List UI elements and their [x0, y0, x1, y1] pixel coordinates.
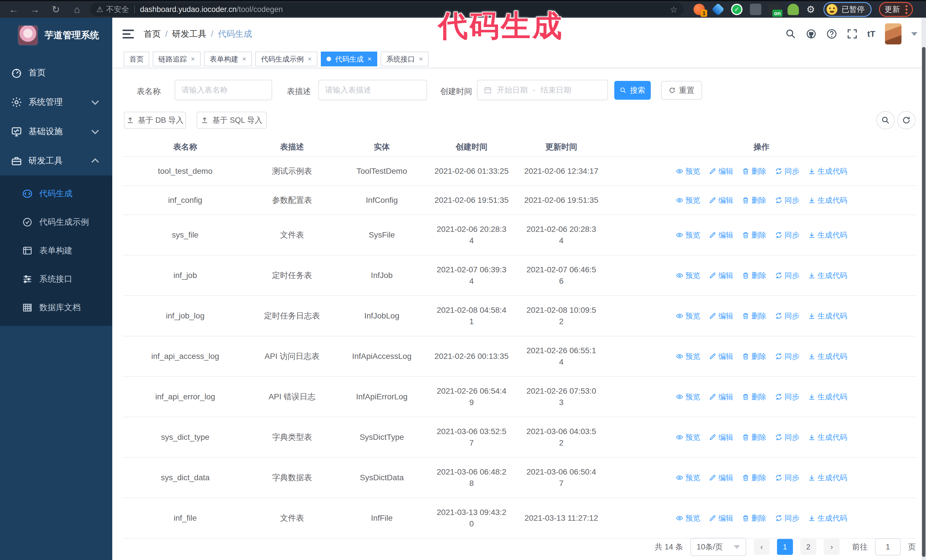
browser-reload-icon[interactable]: ↻	[50, 4, 62, 15]
close-icon[interactable]: ×	[368, 55, 372, 63]
delete-link[interactable]: 删除	[742, 472, 766, 483]
fullscreen-icon[interactable]	[847, 29, 858, 39]
sidebar-item-3[interactable]: 基础设施	[0, 117, 112, 146]
date-range-input[interactable]: 开始日期 - 结束日期	[477, 80, 608, 100]
edit-link[interactable]: 编辑	[709, 512, 733, 524]
refresh-table-button[interactable]	[897, 111, 915, 129]
browser-home-icon[interactable]: ⌂	[71, 4, 83, 15]
sidebar-subitem-5[interactable]: 数据库文档	[0, 293, 112, 322]
extensions-puzzle-icon[interactable]: ⚙	[806, 4, 815, 15]
sync-link[interactable]: 同步	[775, 512, 799, 524]
extension-icon-check[interactable]: ✓	[731, 4, 743, 15]
import-db-button[interactable]: 基于 DB 导入	[124, 112, 186, 129]
sync-link[interactable]: 同步	[775, 391, 799, 403]
delete-link[interactable]: 删除	[742, 432, 766, 443]
chevron-down-icon[interactable]	[911, 32, 917, 36]
address-bar[interactable]: ⚠ 不安全 dashboard.yudao.iocoder.cn /tool/c…	[90, 3, 684, 16]
extension-icon-proxy[interactable]: on	[769, 4, 780, 15]
search-icon[interactable]	[785, 29, 796, 39]
next-page-button[interactable]: ›	[824, 539, 840, 555]
tab-3[interactable]: 表单构建×	[204, 51, 252, 66]
extension-icon-orange[interactable]: 1	[693, 4, 705, 15]
generate-code-link[interactable]: 生成代码	[808, 432, 847, 443]
breadcrumb-item[interactable]: 首页	[144, 28, 161, 40]
user-avatar[interactable]	[885, 23, 902, 44]
import-sql-button[interactable]: 基于 SQL 导入	[197, 112, 267, 129]
browser-update-button[interactable]: 更新	[879, 2, 913, 17]
extension-icon-sliders[interactable]	[750, 4, 761, 15]
goto-page-input[interactable]: 1	[875, 538, 901, 555]
edit-link[interactable]: 编辑	[709, 472, 733, 483]
generate-code-link[interactable]: 生成代码	[808, 310, 847, 322]
github-icon[interactable]	[806, 29, 817, 39]
generate-code-link[interactable]: 生成代码	[808, 472, 847, 483]
sidebar-item-4[interactable]: 研发工具	[0, 146, 112, 175]
breadcrumb-item[interactable]: 研发工具	[172, 28, 206, 40]
sidebar-item-2[interactable]: 系统管理	[0, 88, 112, 117]
preview-link[interactable]: 预览	[676, 391, 701, 403]
edit-link[interactable]: 编辑	[709, 391, 733, 403]
sync-link[interactable]: 同步	[775, 432, 799, 443]
generate-code-link[interactable]: 生成代码	[808, 512, 847, 524]
preview-link[interactable]: 预览	[676, 166, 701, 177]
browser-back-icon[interactable]: ←	[8, 4, 20, 15]
sync-link[interactable]: 同步	[775, 195, 799, 206]
prev-page-button[interactable]: ‹	[754, 539, 770, 555]
tab-4[interactable]: 代码生成示例×	[255, 51, 318, 66]
page-button-1[interactable]: 1	[777, 539, 793, 555]
tab-1[interactable]: 首页	[124, 51, 149, 66]
page-button-2[interactable]: 2	[800, 539, 816, 555]
generate-code-link[interactable]: 生成代码	[808, 229, 847, 241]
preview-link[interactable]: 预览	[676, 310, 701, 322]
delete-link[interactable]: 删除	[742, 391, 766, 403]
edit-link[interactable]: 编辑	[709, 351, 733, 362]
hamburger-icon[interactable]	[123, 30, 134, 38]
table-name-input[interactable]: 请输入表名称	[175, 80, 272, 100]
close-icon[interactable]: ×	[308, 55, 312, 63]
edit-link[interactable]: 编辑	[709, 195, 733, 206]
delete-link[interactable]: 删除	[742, 351, 766, 362]
sync-link[interactable]: 同步	[775, 310, 799, 322]
search-button[interactable]: 搜索	[614, 81, 651, 100]
close-icon[interactable]: ×	[191, 55, 195, 63]
table-desc-input[interactable]: 请输入表描述	[318, 80, 427, 100]
preview-link[interactable]: 预览	[676, 472, 701, 483]
delete-link[interactable]: 删除	[742, 166, 766, 177]
extension-icon-key[interactable]	[788, 4, 799, 15]
generate-code-link[interactable]: 生成代码	[808, 195, 847, 206]
app-logo[interactable]: 芋道管理系统	[0, 18, 112, 45]
sidebar-subitem-2[interactable]: 代码生成示例	[0, 208, 112, 236]
font-size-icon[interactable]: tT	[867, 29, 875, 39]
edit-link[interactable]: 编辑	[709, 270, 733, 281]
preview-link[interactable]: 预览	[676, 351, 701, 362]
delete-link[interactable]: 删除	[742, 229, 766, 241]
preview-link[interactable]: 预览	[676, 432, 701, 443]
edit-link[interactable]: 编辑	[709, 166, 733, 177]
sidebar-subitem-3[interactable]: 表单构建	[0, 236, 112, 265]
close-icon[interactable]: ×	[242, 55, 246, 63]
preview-link[interactable]: 预览	[676, 229, 701, 241]
toggle-search-button[interactable]	[876, 111, 895, 129]
tab-5[interactable]: 代码生成×	[321, 51, 377, 66]
tab-2[interactable]: 链路追踪×	[153, 51, 201, 66]
extension-icon-gem[interactable]	[711, 3, 724, 16]
page-scrollbar[interactable]	[921, 18, 926, 560]
generate-code-link[interactable]: 生成代码	[808, 270, 847, 281]
edit-link[interactable]: 编辑	[709, 432, 733, 443]
bookmark-star-icon[interactable]: ☆	[670, 5, 678, 15]
preview-link[interactable]: 预览	[676, 195, 701, 206]
generate-code-link[interactable]: 生成代码	[808, 391, 847, 403]
sidebar-subitem-4[interactable]: 系统接口	[0, 265, 112, 293]
sync-link[interactable]: 同步	[775, 229, 799, 241]
page-size-select[interactable]: 10条/页	[690, 538, 746, 556]
sidebar-subitem-1[interactable]: 代码生成	[0, 180, 112, 208]
tab-6[interactable]: 系统接口×	[381, 51, 428, 66]
preview-link[interactable]: 预览	[676, 270, 701, 281]
delete-link[interactable]: 删除	[742, 195, 766, 206]
generate-code-link[interactable]: 生成代码	[808, 166, 847, 177]
delete-link[interactable]: 删除	[742, 270, 766, 281]
browser-menu-icon[interactable]	[905, 5, 908, 14]
sync-link[interactable]: 同步	[775, 270, 799, 281]
sync-link[interactable]: 同步	[775, 351, 799, 362]
profile-paused-chip[interactable]: 已暂停	[823, 2, 872, 17]
